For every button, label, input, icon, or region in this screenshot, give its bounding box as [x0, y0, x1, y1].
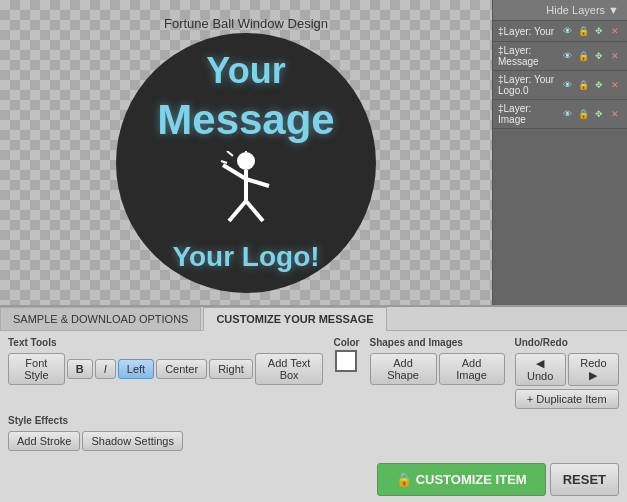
your-text: Your	[206, 53, 285, 89]
right-align-button[interactable]: Right	[209, 359, 253, 379]
redo-button[interactable]: Redo ▶	[568, 353, 619, 386]
italic-button[interactable]: I	[95, 359, 116, 379]
layer-move-icon[interactable]: ✥	[592, 107, 606, 121]
canvas-area: Fortune Ball Window Design Your Message	[0, 0, 492, 305]
layer-icons: 👁 🔒 ✥ ✕	[560, 107, 622, 121]
svg-line-3	[246, 179, 269, 186]
duplicate-item-button[interactable]: + Duplicate Item	[515, 389, 619, 409]
layer-label: ‡Layer: Image	[498, 103, 560, 125]
text-tool-buttons: Font Style B I Left Center Right Add Tex…	[8, 353, 323, 385]
shapes-buttons: Add Shape Add Image	[370, 353, 505, 385]
text-tools-label: Text Tools	[8, 337, 323, 348]
tab-customize[interactable]: CUSTOMIZE YOUR MESSAGE	[203, 307, 386, 331]
layer-eye-icon[interactable]: 👁	[560, 107, 574, 121]
fortune-ball-circle: Your Message	[116, 33, 376, 293]
layer-icons: 👁 🔒 ✥ ✕	[560, 78, 622, 92]
color-label: Color	[333, 337, 359, 348]
hide-layers-button[interactable]: Hide Layers ▼	[546, 4, 619, 16]
layer-lock-icon[interactable]: 🔒	[576, 107, 590, 121]
left-align-button[interactable]: Left	[118, 359, 154, 379]
undo-buttons: ◀ Undo Redo ▶	[515, 353, 619, 386]
svg-line-6	[227, 151, 233, 156]
layer-eye-icon[interactable]: 👁	[560, 49, 574, 63]
bold-button[interactable]: B	[67, 359, 93, 379]
layer-item[interactable]: ‡Layer: Your Logo.0 👁 🔒 ✥ ✕	[493, 71, 627, 100]
tabs-row: SAMPLE & DOWNLOAD OPTIONS CUSTOMIZE YOUR…	[0, 307, 627, 331]
layer-label: ‡Layer: Message	[498, 45, 560, 67]
action-row: 🔒 CUSTOMIZE ITEM RESET	[0, 457, 627, 502]
layer-lock-icon[interactable]: 🔒	[576, 78, 590, 92]
style-effects-label: Style Effects	[8, 415, 183, 426]
layer-eye-icon[interactable]: 👁	[560, 24, 574, 38]
top-area: Fortune Ball Window Design Your Message	[0, 0, 627, 305]
svg-point-0	[237, 152, 255, 170]
svg-line-5	[246, 201, 263, 221]
layer-item[interactable]: ‡Layer: Message 👁 🔒 ✥ ✕	[493, 42, 627, 71]
add-shape-button[interactable]: Add Shape	[370, 353, 437, 385]
customize-item-button[interactable]: 🔒 CUSTOMIZE ITEM	[377, 463, 546, 496]
layer-lock-icon[interactable]: 🔒	[576, 49, 590, 63]
reset-button[interactable]: RESET	[550, 463, 619, 496]
shapes-label: Shapes and Images	[370, 337, 505, 348]
shapes-group: Shapes and Images Add Shape Add Image	[370, 337, 505, 385]
layer-item[interactable]: ‡Layer: Your 👁 🔒 ✥ ✕	[493, 21, 627, 42]
undo-redo-label: Undo/Redo	[515, 337, 619, 348]
layers-panel: Hide Layers ▼ ‡Layer: Your 👁 🔒 ✥ ✕ ‡Laye…	[492, 0, 627, 305]
layer-delete-icon[interactable]: ✕	[608, 49, 622, 63]
layer-move-icon[interactable]: ✥	[592, 78, 606, 92]
style-buttons: Add Stroke Shadow Settings	[8, 431, 183, 451]
center-align-button[interactable]: Center	[156, 359, 207, 379]
layer-lock-icon[interactable]: 🔒	[576, 24, 590, 38]
style-row: Style Effects Add Stroke Shadow Settings	[8, 415, 619, 451]
layer-delete-icon[interactable]: ✕	[608, 24, 622, 38]
figure-icon	[211, 151, 281, 231]
bottom-panel: SAMPLE & DOWNLOAD OPTIONS CUSTOMIZE YOUR…	[0, 305, 627, 502]
layer-eye-icon[interactable]: 👁	[560, 78, 574, 92]
tab-sample[interactable]: SAMPLE & DOWNLOAD OPTIONS	[0, 307, 201, 330]
tools-row: Text Tools Font Style B I Left Center Ri…	[8, 337, 619, 409]
layer-move-icon[interactable]: ✥	[592, 49, 606, 63]
color-group: Color	[333, 337, 359, 372]
shadow-settings-button[interactable]: Shadow Settings	[82, 431, 183, 451]
layer-item[interactable]: ‡Layer: Image 👁 🔒 ✥ ✕	[493, 100, 627, 129]
layer-move-icon[interactable]: ✥	[592, 24, 606, 38]
layers-header: Hide Layers ▼	[493, 0, 627, 21]
font-style-button[interactable]: Font Style	[8, 353, 65, 385]
message-text: Message	[157, 99, 334, 141]
layer-icons: 👁 🔒 ✥ ✕	[560, 24, 622, 38]
logo-text: Your Logo!	[172, 241, 319, 273]
canvas-inner: Fortune Ball Window Design Your Message	[61, 8, 431, 298]
panel-content: Text Tools Font Style B I Left Center Ri…	[0, 331, 627, 457]
undo-redo-group: Undo/Redo ◀ Undo Redo ▶ + Duplicate Item	[515, 337, 619, 409]
add-text-box-button[interactable]: Add Text Box	[255, 353, 324, 385]
add-image-button[interactable]: Add Image	[439, 353, 505, 385]
layer-label: ‡Layer: Your	[498, 26, 560, 37]
layer-label: ‡Layer: Your Logo.0	[498, 74, 560, 96]
add-stroke-button[interactable]: Add Stroke	[8, 431, 80, 451]
layer-icons: 👁 🔒 ✥ ✕	[560, 49, 622, 63]
layer-delete-icon[interactable]: ✕	[608, 78, 622, 92]
layer-delete-icon[interactable]: ✕	[608, 107, 622, 121]
undo-button[interactable]: ◀ Undo	[515, 353, 566, 386]
svg-line-4	[229, 201, 246, 221]
main-container: Fortune Ball Window Design Your Message	[0, 0, 627, 502]
canvas-title: Fortune Ball Window Design	[164, 16, 328, 31]
svg-line-8	[221, 161, 227, 163]
style-effects-group: Style Effects Add Stroke Shadow Settings	[8, 415, 183, 451]
text-tools-group: Text Tools Font Style B I Left Center Ri…	[8, 337, 323, 385]
color-swatch[interactable]	[335, 350, 357, 372]
